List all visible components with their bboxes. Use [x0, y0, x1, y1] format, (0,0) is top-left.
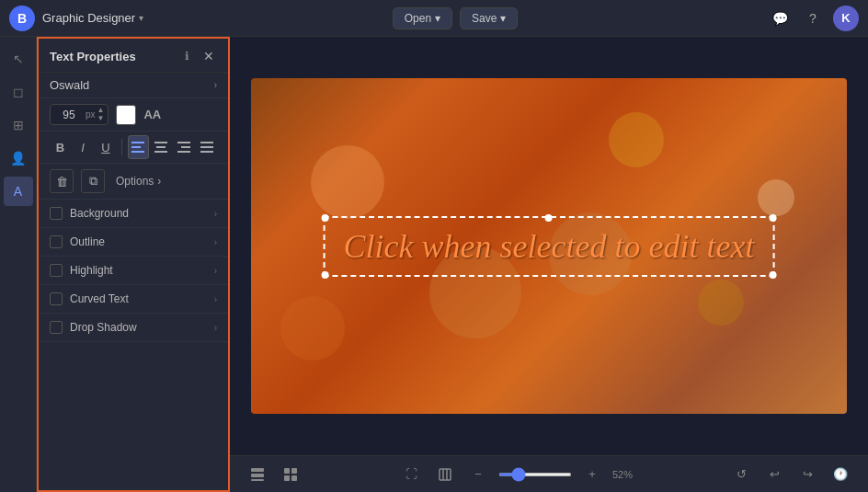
font-size-input[interactable]: [54, 109, 84, 121]
font-chevron-icon: ›: [214, 80, 217, 90]
duplicate-button[interactable]: ⧉: [81, 169, 105, 193]
highlight-chevron-icon: ›: [214, 266, 217, 276]
curved-text-label: Curved Text: [70, 292, 214, 305]
align-center-button[interactable]: [151, 135, 172, 159]
pointer-tool-button[interactable]: ↖: [4, 44, 33, 74]
props-title: Text Properties: [50, 50, 136, 63]
bottom-toolbar: ⛶ − + 52% ↺ ↩ ↪ 🕐: [230, 455, 868, 492]
background-toggle[interactable]: Background ›: [39, 200, 228, 228]
align-left-button[interactable]: [128, 135, 149, 159]
font-color-swatch[interactable]: [116, 105, 136, 125]
curved-text-checkbox[interactable]: [50, 292, 63, 305]
outline-chevron-icon: ›: [214, 237, 217, 247]
svg-rect-12: [251, 468, 264, 472]
svg-rect-15: [284, 468, 290, 474]
app-logo: B: [9, 6, 35, 31]
font-case-button[interactable]: AA: [143, 108, 161, 121]
svg-rect-5: [154, 151, 167, 153]
handle-top-left[interactable]: [322, 214, 329, 222]
delete-button[interactable]: 🗑: [50, 169, 74, 193]
svg-rect-16: [291, 468, 297, 474]
left-sidebar: ↖ ◻ ⊞ 👤 A: [0, 37, 37, 492]
info-icon-button[interactable]: ℹ: [178, 48, 195, 64]
people-tool-button[interactable]: 👤: [4, 143, 33, 173]
layers-icon-button[interactable]: [245, 462, 270, 487]
font-name-label: Oswald: [50, 78, 89, 92]
outline-label: Outline: [70, 235, 214, 248]
svg-rect-17: [284, 475, 290, 481]
chat-icon-button[interactable]: 💬: [767, 6, 793, 31]
background-checkbox[interactable]: [50, 207, 63, 220]
svg-rect-0: [131, 142, 144, 143]
zoom-in-button[interactable]: +: [579, 462, 605, 487]
main-area: ↖ ◻ ⊞ 👤 A Text Properties ℹ ✕ Oswald › p…: [0, 37, 868, 492]
align-right-button[interactable]: [174, 135, 195, 159]
font-size-up-button[interactable]: ▲: [97, 107, 105, 114]
format-row: B I U: [39, 132, 228, 164]
svg-rect-18: [291, 475, 297, 481]
highlight-checkbox[interactable]: [50, 264, 63, 277]
avatar[interactable]: K: [833, 6, 859, 31]
topbar-left: B Graphic Designer ▾: [9, 6, 143, 31]
font-size-arrows: ▲ ▼: [97, 107, 105, 122]
svg-rect-10: [200, 146, 213, 148]
text-tool-button[interactable]: A: [4, 177, 33, 206]
svg-rect-9: [200, 142, 213, 143]
close-panel-button[interactable]: ✕: [200, 48, 217, 64]
zoom-label: 52%: [612, 469, 633, 480]
history-button[interactable]: 🕐: [828, 462, 853, 487]
save-button[interactable]: Save ▾: [460, 7, 518, 29]
refresh-button[interactable]: ↺: [728, 462, 754, 487]
font-selector[interactable]: Oswald ›: [39, 73, 228, 98]
bold-button[interactable]: B: [50, 135, 71, 159]
font-size-input-wrap[interactable]: px ▲ ▼: [50, 104, 108, 125]
outline-toggle[interactable]: Outline ›: [39, 228, 228, 257]
format-divider: [121, 139, 122, 155]
underline-button[interactable]: U: [95, 135, 116, 159]
topbar-center: Open ▾ Save ▾: [393, 7, 519, 29]
svg-rect-14: [251, 479, 264, 481]
font-size-down-button[interactable]: ▼: [97, 115, 105, 122]
justify-button[interactable]: [196, 135, 217, 159]
handle-bottom-left[interactable]: [322, 271, 329, 279]
handle-top-center[interactable]: [545, 214, 553, 222]
zoom-out-button[interactable]: −: [465, 462, 491, 487]
handle-bottom-right[interactable]: [769, 271, 776, 279]
svg-rect-19: [440, 469, 451, 480]
open-button[interactable]: Open ▾: [393, 7, 452, 29]
canvas-text[interactable]: Click when selected to edit text: [344, 228, 755, 265]
svg-rect-1: [131, 146, 141, 148]
options-button[interactable]: Options ›: [112, 173, 165, 189]
background-label: Background: [70, 207, 214, 220]
props-header-icons: ℹ ✕: [178, 48, 217, 64]
outline-checkbox[interactable]: [50, 235, 63, 248]
fullscreen-button[interactable]: ⛶: [399, 462, 425, 487]
canvas-image[interactable]: Click when selected to edit text: [251, 78, 847, 414]
app-name-button[interactable]: Graphic Designer ▾: [42, 11, 143, 25]
drop-shadow-label: Drop Shadow: [70, 321, 214, 334]
highlight-toggle[interactable]: Highlight ›: [39, 257, 228, 285]
handle-top-right[interactable]: [769, 214, 776, 222]
help-icon-button[interactable]: ?: [800, 6, 826, 31]
italic-button[interactable]: I: [73, 135, 94, 159]
grid-view-icon-button[interactable]: [278, 462, 303, 487]
undo-button[interactable]: ↩: [761, 462, 787, 487]
fit-screen-button[interactable]: [432, 462, 458, 487]
curved-text-chevron-icon: ›: [214, 294, 217, 304]
toggle-section: Background › Outline › Highlight › Curve…: [39, 200, 228, 490]
options-chevron-icon: ›: [157, 175, 161, 188]
zoom-slider[interactable]: [498, 473, 572, 476]
shapes-tool-button[interactable]: ◻: [4, 77, 33, 107]
curved-text-toggle[interactable]: Curved Text ›: [39, 285, 228, 314]
highlight-label: Highlight: [70, 264, 214, 277]
app-name-chevron: ▾: [139, 13, 143, 23]
drop-shadow-checkbox[interactable]: [50, 321, 63, 334]
font-size-unit: px: [86, 109, 96, 120]
svg-rect-3: [154, 142, 167, 143]
topbar: B Graphic Designer ▾ Open ▾ Save ▾ 💬 ? K: [0, 0, 868, 37]
drop-shadow-toggle[interactable]: Drop Shadow ›: [39, 314, 228, 342]
redo-button[interactable]: ↪: [794, 462, 820, 487]
grid-tool-button[interactable]: ⊞: [4, 110, 33, 140]
open-chevron-icon: ▾: [435, 12, 440, 25]
text-selection-box[interactable]: Click when selected to edit text: [324, 216, 775, 277]
